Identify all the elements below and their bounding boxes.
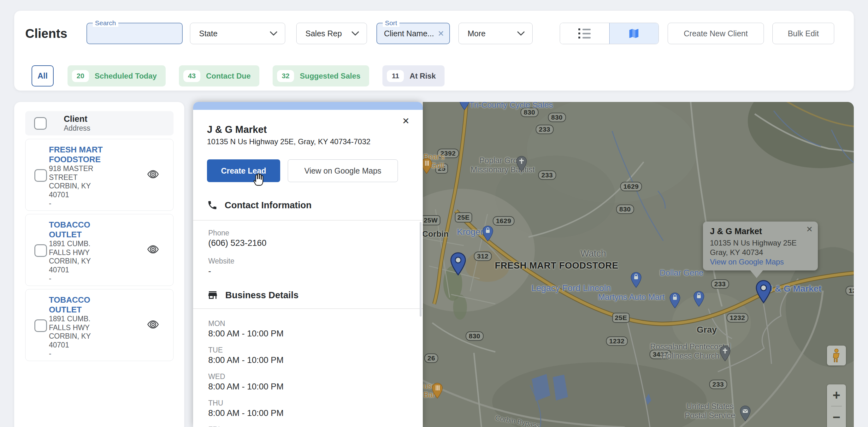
client-card[interactable]: FRESH MARTFOODSTORE 918 MASTERSTREETCORB…	[25, 139, 174, 211]
bulk-edit-button[interactable]: Bulk Edit	[772, 23, 834, 44]
map-label: Kroger	[457, 227, 484, 237]
map-label: United StatesPostal Service	[685, 402, 735, 420]
map[interactable]: 830830233239225233162983025W25E162931223…	[423, 102, 854, 427]
view-on-google-maps-button[interactable]: View on Google Maps	[288, 159, 398, 182]
client-checkbox[interactable]	[34, 319, 47, 332]
map-pin-large[interactable]	[755, 280, 772, 305]
contact-field: Website -	[208, 257, 267, 276]
more-filters-dropdown[interactable]: More	[459, 23, 533, 44]
app-canvas: Clients Search State Sales Rep Sort Clie…	[0, 0, 868, 427]
poi-pin-restaurant-icon[interactable]	[423, 158, 432, 175]
eye-icon[interactable]	[147, 170, 159, 180]
poi-pin-mail-icon[interactable]	[740, 405, 751, 423]
select-all-checkbox[interactable]	[34, 117, 47, 130]
day-label: FRI	[208, 426, 284, 427]
create-new-client-button[interactable]: Create New Client	[668, 23, 764, 44]
clear-sort-icon[interactable]: ✕	[438, 29, 444, 38]
filter-chip[interactable]: 11 At Risk	[382, 65, 444, 87]
business-hours: MON 8:00 AM - 10:00 PM TUE 8:00 AM - 10:…	[208, 320, 284, 427]
state-dropdown[interactable]: State	[190, 23, 285, 44]
road-shield: 25E	[455, 212, 472, 222]
filter-chip[interactable]: 20 Scheduled Today	[67, 65, 166, 87]
filter-chip[interactable]: 43 Contact Due	[179, 65, 259, 87]
map-pin-large[interactable]	[450, 252, 466, 277]
sort-label: Sort	[383, 19, 399, 27]
road-shield: 830	[466, 331, 484, 341]
sales-rep-dropdown[interactable]: Sales Rep	[296, 23, 367, 44]
map-label: FRESH MART FOODSTORE	[495, 261, 618, 271]
address-column-header: Address	[64, 124, 90, 132]
chip-label: Contact Due	[206, 72, 250, 81]
client-name-link[interactable]: FRESH MARTFOODSTORE	[49, 145, 128, 164]
section-divider	[193, 220, 423, 221]
panel-scrollbar[interactable]	[420, 222, 422, 316]
create-lead-button[interactable]: Create Lead	[207, 159, 280, 182]
field-label: Website	[208, 257, 267, 265]
contact-field: Phone (606) 523-2160	[208, 229, 267, 248]
chip-label: At Risk	[409, 72, 436, 81]
client-card[interactable]: TOBACCOOUTLET 1891 CUMB.FALLS HWYCORBIN,…	[25, 289, 174, 361]
search-input[interactable]: Search	[87, 23, 183, 44]
road-shield: 25E	[613, 313, 630, 323]
pegman-button[interactable]	[827, 345, 846, 365]
list-view-icon	[578, 28, 591, 38]
filter-chip[interactable]: 32 Suggested Sales	[273, 65, 369, 87]
map-view-button[interactable]	[609, 23, 659, 44]
more-dropdown-label: More	[468, 29, 486, 38]
poi-pin-shopping-icon[interactable]	[670, 293, 680, 310]
client-name-link[interactable]: TOBACCOOUTLET	[49, 295, 128, 315]
poi-pin-shopping-icon[interactable]	[483, 226, 493, 243]
info-window-close-icon[interactable]: ✕	[806, 225, 813, 234]
pegman-icon	[832, 348, 841, 363]
chevron-down-icon	[270, 31, 277, 36]
section-divider	[193, 308, 423, 309]
poi-pin-restaurant-icon[interactable]	[432, 383, 443, 400]
chip-label: Scheduled Today	[95, 72, 157, 81]
eye-icon[interactable]	[147, 245, 159, 255]
filter-chip-all[interactable]: All	[32, 65, 54, 87]
sort-value: Client Name...	[384, 29, 434, 38]
map-label: Tri-County Cycle Sales	[469, 102, 553, 110]
search-label: Search	[93, 19, 118, 27]
poi-pin-shopping-icon[interactable]	[459, 102, 470, 112]
client-list-panel: Client Address FRESH MARTFOODSTORE 918 M…	[14, 102, 184, 427]
view-toggle	[560, 23, 659, 44]
panel-accent-strip	[193, 102, 423, 110]
chip-count-badge: 11	[387, 70, 404, 82]
hours-row: THU 8:00 AM - 10:00 PM	[208, 399, 284, 418]
client-name-link[interactable]: TOBACCOOUTLET	[49, 220, 128, 240]
map-label: Watch	[580, 248, 606, 259]
poi-pin-shopping-icon[interactable]	[631, 272, 642, 289]
business-details-title: Business Details	[225, 290, 299, 300]
map-info-window: ✕ J & G Market 10135 N Us Highway 25E Gr…	[703, 221, 818, 271]
zoom-in-button[interactable]: +	[827, 385, 846, 406]
quick-filter-chips: 20 Scheduled Today 43 Contact Due 32 Sug…	[67, 65, 444, 87]
poi-pin-shopping-icon[interactable]	[693, 291, 704, 308]
detail-panel: ✕ J & G Market 10135 N Us Highway 25E, G…	[193, 102, 423, 427]
map-label: Corbin	[423, 230, 449, 239]
zoom-control: + −	[827, 385, 846, 427]
zoom-out-button[interactable]: −	[827, 406, 846, 427]
hours-value: 8:00 AM - 10:00 PM	[208, 329, 284, 338]
client-card[interactable]: TOBACCOOUTLET 1891 CUMB.FALLS HWYCORBIN,…	[25, 214, 174, 286]
sort-field[interactable]: Sort Client Name... ✕	[376, 23, 450, 44]
day-label: WED	[208, 373, 284, 380]
panel-close-icon[interactable]: ✕	[402, 116, 409, 126]
list-view-button[interactable]	[560, 23, 609, 44]
road-shield: 312	[474, 251, 492, 261]
sales-rep-dropdown-label: Sales Rep	[305, 29, 342, 38]
poi-pin-church-icon[interactable]	[516, 156, 527, 173]
hand-cursor	[252, 172, 266, 188]
road-shield: 233	[538, 171, 556, 180]
map-label: Dollar Gene	[660, 268, 704, 278]
client-checkbox[interactable]	[34, 169, 47, 182]
info-window-maps-link[interactable]: View on Google Maps	[710, 257, 811, 267]
client-address: 1891 CUMB.FALLS HWYCORBIN, KY40701-	[49, 240, 128, 283]
poi-pin-church-icon[interactable]	[720, 345, 731, 363]
hours-value: 8:00 AM - 10:00 PM	[208, 408, 284, 418]
business-icon	[207, 289, 218, 301]
map-label: Gray	[697, 325, 717, 335]
client-checkbox[interactable]	[34, 244, 47, 257]
eye-icon[interactable]	[147, 320, 159, 330]
hours-row: WED 8:00 AM - 10:00 PM	[208, 373, 284, 391]
